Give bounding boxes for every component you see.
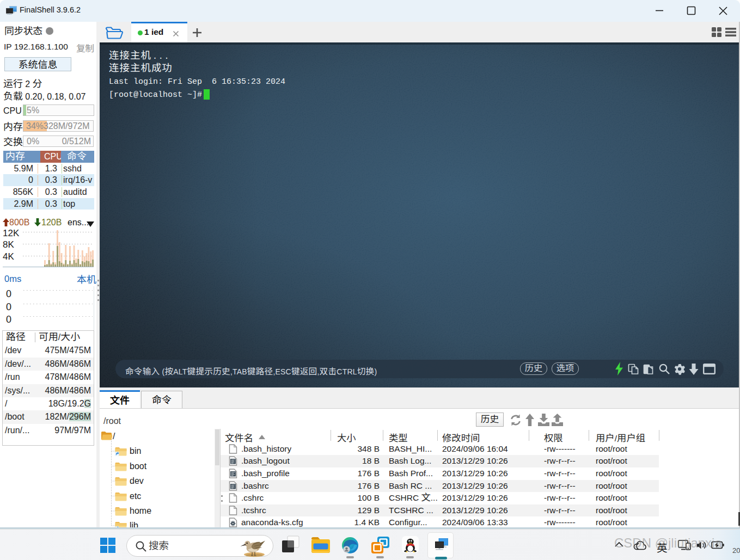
svg-text:0: 0 — [6, 301, 11, 312]
svg-text:4K: 4K — [3, 251, 14, 262]
svg-text:0: 0 — [6, 314, 11, 325]
svg-text:8K: 8K — [3, 239, 14, 250]
svg-text:0: 0 — [6, 288, 11, 299]
svg-text:12K: 12K — [3, 229, 20, 238]
